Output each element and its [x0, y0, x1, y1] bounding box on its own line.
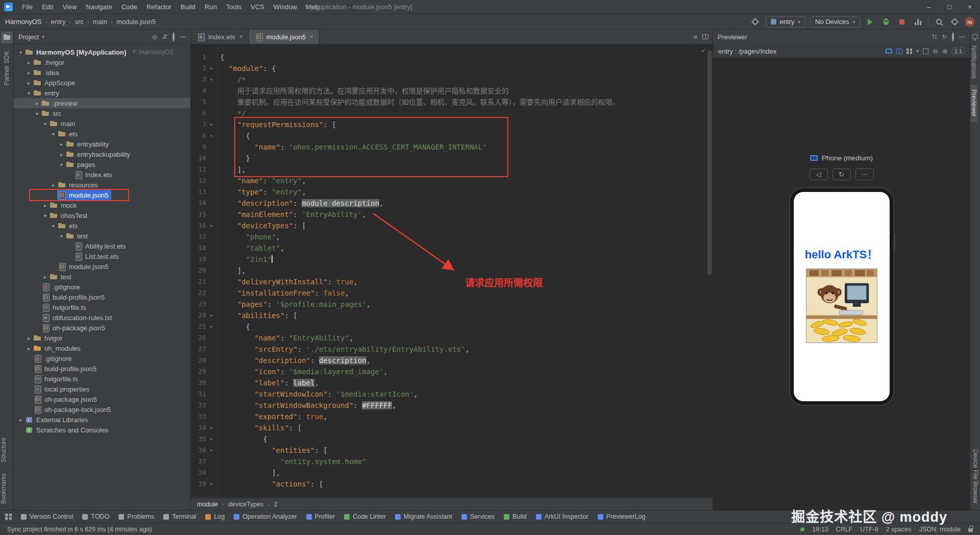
tree-item-entry[interactable]: ▾entry — [14, 88, 190, 98]
tree-toggle-icon[interactable]: ▸ — [41, 203, 49, 208]
tree-item-oh-package-lock-json5[interactable]: oh-package-lock.json5 — [14, 404, 190, 415]
code-line[interactable]: "tablet", — [220, 242, 713, 254]
code-line[interactable]: "deviceTypes": [ — [220, 220, 713, 231]
device-manager-icon[interactable] — [750, 16, 761, 28]
toolwindow-button-services[interactable]: Services — [461, 513, 495, 520]
code-line[interactable]: "label": label, — [220, 377, 713, 388]
code-line[interactable]: "description": module description, — [220, 198, 713, 209]
code-line[interactable]: "2in1" — [220, 254, 713, 265]
code-line[interactable]: "requestPermissions": [ — [220, 119, 713, 130]
tree-item-module-json5[interactable]: module.json5 — [14, 190, 190, 200]
toolwindow-button-arkui-inspector[interactable]: ArkUI Inspector — [536, 513, 589, 520]
caret-position[interactable]: 19:13 — [812, 526, 828, 533]
tree-item--gitignore[interactable]: .gitignore — [14, 353, 190, 363]
code-line[interactable]: "phone", — [220, 231, 713, 242]
code-line[interactable]: { — [220, 52, 713, 63]
tree-item-module-json5[interactable]: module.json5 — [14, 261, 190, 272]
toolwindow-button-todo[interactable]: TODO — [82, 513, 109, 520]
hide-panel-icon[interactable]: — — [959, 33, 965, 40]
menu-item-code[interactable]: Code — [117, 2, 141, 12]
fold-icon[interactable]: ▾ — [206, 478, 216, 490]
code-line[interactable]: 用于请求应用所需权限的方法。在鸿蒙应用开发中，权限是保护用户隐私和数据安全的 — [220, 85, 713, 96]
close-button[interactable]: × — [960, 0, 980, 14]
multi-device-icon[interactable] — [896, 48, 902, 54]
code-line[interactable]: "startWindowIcon": '$media:startIcon', — [220, 388, 713, 400]
code-line[interactable]: "entity.system.home" — [220, 456, 713, 467]
fold-icon[interactable]: ▾ — [206, 445, 216, 456]
code-line[interactable]: "abilities": [ — [220, 310, 713, 321]
chevron-down-icon[interactable]: ▾ — [42, 34, 44, 39]
close-tab-icon[interactable]: × — [239, 33, 243, 40]
code-line[interactable]: "mainElement": 'EntryAbility', — [220, 209, 713, 220]
code-line[interactable]: "srcEntry": './ets/entryability/EntryAbi… — [220, 344, 713, 355]
code-editor[interactable]: 12▾3▾4567▾8▾910111213141516▾171819202122… — [191, 44, 713, 498]
tree-item-ets[interactable]: ▾ets — [14, 221, 190, 231]
code-line[interactable]: "exported": true, — [220, 411, 713, 422]
breadcrumb-item-main[interactable]: main — [93, 18, 107, 26]
code-line[interactable]: "type": "entry", — [220, 186, 713, 198]
project-panel-title[interactable]: Project — [18, 33, 39, 41]
tree-item-test[interactable]: ▾test — [14, 231, 190, 241]
zoom-in-icon[interactable]: ⊕ — [942, 47, 948, 55]
code-line[interactable]: "module": { — [220, 63, 713, 74]
tree-item-appscope[interactable]: ▸AppScope — [14, 78, 190, 88]
rotate-device-button[interactable]: ↻ — [832, 168, 851, 180]
tree-item--idea[interactable]: ▸.idea — [14, 67, 190, 78]
tree-item--hvigor[interactable]: ▸.hvigor — [14, 57, 190, 67]
tree-item-oh-package-json5[interactable]: oh-package.json5 — [14, 323, 190, 333]
tree-item-hvigorfile-ts[interactable]: hvigorfile.ts — [14, 302, 190, 312]
hide-panel-icon[interactable]: — — [180, 33, 186, 40]
tree-item-list-test-ets[interactable]: List.test.ets — [14, 251, 190, 261]
tree-toggle-icon[interactable]: ▾ — [25, 90, 33, 96]
toolwindow-button-terminal[interactable]: Terminal — [163, 513, 196, 520]
fit-to-screen-icon[interactable] — [923, 48, 928, 54]
tree-item-hvigor[interactable]: ▸hvigor — [14, 333, 190, 343]
more-options-button[interactable]: ⋯ — [855, 168, 874, 180]
fold-icon[interactable]: ▾ — [206, 433, 216, 445]
toolwindow-tab-notifications[interactable]: Notifications — [970, 41, 977, 83]
collapse-all-icon[interactable]: ⇵ — [162, 33, 167, 40]
locate-file-icon[interactable]: ◎ — [152, 33, 157, 40]
tree-item-entryability[interactable]: ▸entryability — [14, 139, 190, 149]
code-line[interactable]: ], — [220, 164, 713, 175]
display-mode-icon[interactable] — [886, 48, 892, 54]
notifications-icon[interactable] — [972, 34, 978, 39]
tree-item-oh-modules[interactable]: ▸oh_modules — [14, 343, 190, 353]
breadcrumb-item-entry[interactable]: entry — [51, 18, 66, 26]
tree-toggle-icon[interactable]: ▸ — [25, 80, 33, 86]
tree-item-obfuscation-rules-txt[interactable]: obfuscation-rules.txt — [14, 312, 190, 323]
editor-tab-module-json5[interactable]: module.json5× — [249, 30, 320, 44]
file-encoding[interactable]: UTF-8 — [860, 526, 878, 533]
tree-toggle-icon[interactable]: ▾ — [33, 111, 41, 116]
refresh-icon[interactable]: ↻ — [942, 33, 947, 40]
tree-item-src[interactable]: ▾src — [14, 108, 190, 118]
toolwindow-button-problems[interactable]: Problems — [118, 513, 154, 520]
toolwindow-button-migrate-assistant[interactable]: Migrate Assistant — [395, 513, 452, 520]
tree-item-harmonyos-myapplication-[interactable]: ▾HarmonyOS [MyApplication]F:\HarmonyOS — [14, 47, 190, 57]
tab-list-icon[interactable]: ≡ — [693, 33, 697, 41]
tree-toggle-icon[interactable]: ▸ — [50, 182, 57, 188]
tree-toggle-icon[interactable]: ▾ — [58, 233, 65, 239]
code-line[interactable]: { — [220, 433, 713, 445]
run-button[interactable] — [865, 16, 876, 28]
line-ending[interactable]: CRLF — [836, 526, 853, 533]
tree-toggle-icon[interactable]: ▸ — [17, 417, 24, 423]
code-line[interactable]: "icon": '$media:layered_image', — [220, 366, 713, 377]
tree-toggle-icon[interactable]: ▾ — [50, 223, 57, 229]
gear-icon[interactable] — [952, 33, 954, 40]
tree-item-mock[interactable]: ▸mock — [14, 200, 190, 210]
editor-breadcrumb-2[interactable]: 2 — [274, 501, 277, 508]
code-line[interactable]: /* — [220, 74, 713, 85]
fold-icon[interactable]: ▾ — [206, 422, 216, 433]
toolwindow-button-version-control[interactable]: Version Control — [21, 513, 73, 520]
gear-icon[interactable] — [173, 33, 175, 40]
device-select[interactable]: No Devices ▾ — [810, 16, 860, 28]
toolwindow-button-code-linter[interactable]: Code Linter — [344, 513, 386, 520]
tree-toggle-icon[interactable]: ▸ — [25, 60, 33, 65]
indent-setting[interactable]: 2 spaces — [886, 526, 912, 533]
zoom-out-icon[interactable]: ⊖ — [933, 47, 938, 55]
profiler-button[interactable] — [912, 16, 923, 28]
tree-item-ohostest[interactable]: ▾ohosTest — [14, 210, 190, 221]
code-line[interactable]: 重要机制。应用在访问某些受保护的功能或数据时（如位置、相机、麦克风、联系人等），… — [220, 96, 713, 108]
tree-item-oh-package-json5[interactable]: oh-package.json5 — [14, 394, 190, 404]
